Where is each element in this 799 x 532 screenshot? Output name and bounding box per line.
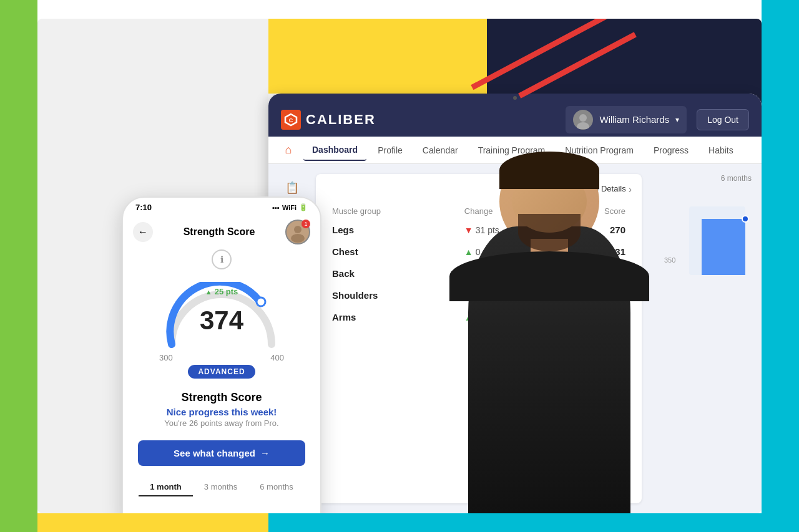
svg-point-9	[294, 226, 301, 233]
caliber-logo-icon: C	[281, 110, 301, 130]
svg-point-10	[291, 234, 305, 243]
svg-point-11	[257, 297, 265, 306]
gauge-pts-change: ▲ 25 pts	[205, 287, 238, 296]
caliber-header: C CALIBER William Richards ▾	[268, 102, 762, 137]
bottom-teal	[268, 513, 762, 532]
gauge-container: ▲ 25 pts 374 300 400 ADVANCED	[123, 272, 320, 386]
score-sub-text: Nice progress this week!	[138, 407, 305, 417]
gauge-range: 300 400	[159, 353, 284, 362]
person-photo	[375, 139, 724, 513]
home-icon[interactable]: ⌂	[278, 140, 298, 160]
phone-user-avatar[interactable]: 1	[285, 220, 310, 244]
bottom-yellow	[37, 513, 268, 532]
notification-badge: 1	[301, 220, 310, 228]
user-avatar	[573, 110, 593, 130]
svg-text:C: C	[289, 117, 293, 123]
tablet-topbar	[268, 94, 762, 102]
outer-frame: C CALIBER William Richards ▾	[0, 0, 799, 532]
level-badge: ADVANCED	[188, 365, 255, 379]
phone-ui: 7:10 ▪▪▪ WiFi 🔋 ← Strength Score	[122, 196, 321, 513]
left-border	[0, 0, 37, 532]
logout-button[interactable]: Log Out	[697, 109, 749, 130]
phone-title: Strength Score	[153, 226, 285, 238]
signal-icon: ▪▪▪	[272, 204, 280, 211]
brand-name: CALIBER	[306, 112, 376, 128]
range-high: 400	[270, 353, 284, 362]
caliber-logo-svg: C	[284, 113, 298, 127]
user-name: William Richards	[599, 114, 669, 125]
tab-1-month[interactable]: 1 month	[139, 478, 193, 496]
score-heading: Strength Score	[138, 391, 305, 404]
right-border	[762, 0, 799, 532]
main-content-area: C CALIBER William Richards ▾	[37, 19, 762, 513]
svg-point-2	[579, 114, 587, 122]
chart-label: 6 months	[721, 174, 752, 183]
range-low: 300	[159, 353, 173, 362]
clipboard-icon[interactable]: 📋	[281, 177, 303, 199]
info-icon[interactable]: ℹ	[212, 249, 232, 269]
caliber-logo: C CALIBER	[281, 110, 376, 130]
phone-header: ← Strength Score 1	[123, 215, 320, 249]
gauge-score: 374	[200, 306, 243, 336]
phone-status-bar: 7:10 ▪▪▪ WiFi 🔋	[123, 198, 320, 215]
cta-arrow-icon: →	[260, 448, 270, 458]
score-desc-text: You're 26 points away from Pro.	[138, 418, 305, 428]
time-period-tabs: 1 month 3 months 6 months	[123, 473, 320, 506]
tab-3-months[interactable]: 3 months	[193, 478, 248, 496]
tablet-camera	[513, 96, 517, 100]
phone-time: 7:10	[135, 203, 152, 212]
cta-label: See what changed	[174, 448, 255, 458]
cta-button[interactable]: See what changed →	[138, 440, 305, 466]
score-section: Strength Score Nice progress this week! …	[123, 386, 320, 433]
person-silhouette	[418, 152, 680, 513]
back-button[interactable]: ←	[133, 222, 153, 242]
user-selector[interactable]: William Richards ▾	[566, 106, 687, 133]
status-icons: ▪▪▪ WiFi 🔋	[272, 203, 308, 211]
gauge-wrap: ▲ 25 pts 374	[159, 282, 284, 351]
chevron-down-icon: ▾	[675, 115, 679, 124]
info-container: ℹ	[123, 249, 320, 272]
pts-arrow-icon: ▲	[205, 288, 212, 296]
wifi-icon: WiFi	[282, 204, 297, 211]
tab-dashboard[interactable]: Dashboard	[303, 140, 366, 161]
tab-6-months[interactable]: 6 months	[248, 478, 304, 496]
svg-point-7	[742, 216, 748, 222]
battery-icon: 🔋	[299, 203, 308, 211]
svg-point-3	[577, 122, 589, 129]
